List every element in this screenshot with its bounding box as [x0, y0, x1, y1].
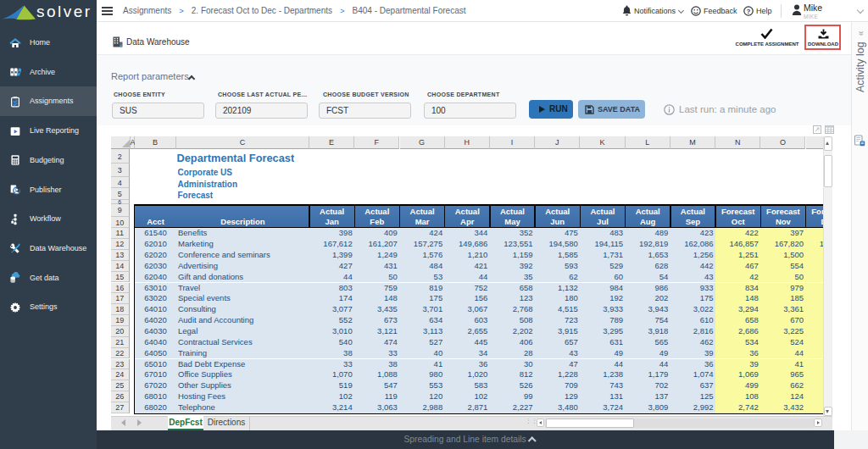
svg-text:?: ? — [747, 7, 751, 14]
